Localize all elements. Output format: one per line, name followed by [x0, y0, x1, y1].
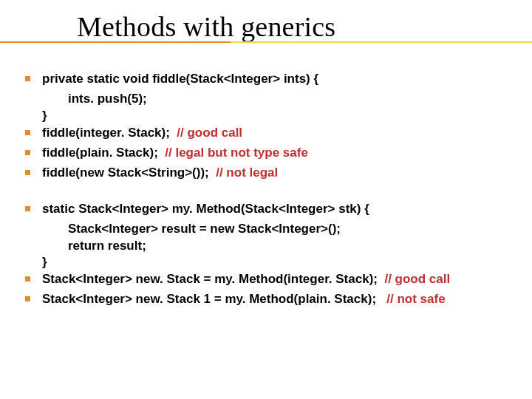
square-bullet-icon — [25, 76, 30, 81]
code-line: ints. push(5); — [68, 91, 513, 108]
underline-yellow — [231, 41, 532, 43]
code-line: } — [42, 254, 513, 271]
code-line: } — [42, 108, 513, 125]
code-comment: // legal but not type safe — [165, 146, 308, 160]
code-line: fiddle(new Stack<String>()); // not lega… — [42, 165, 278, 182]
code-comment: // not legal — [216, 166, 278, 180]
square-bullet-icon — [25, 206, 30, 211]
square-bullet-icon — [25, 150, 30, 155]
bullet-group-2: static Stack<Integer> my. Method(Stack<I… — [25, 201, 513, 309]
code-text: Stack<Integer> new. Stack 1 = my. Method… — [42, 292, 386, 306]
code-text: Stack<Integer> new. Stack = my. Method(i… — [42, 272, 384, 286]
list-item: static Stack<Integer> my. Method(Stack<I… — [25, 201, 513, 218]
code-line: fiddle(plain. Stack); // legal but not t… — [42, 145, 308, 162]
code-comment: // not safe — [386, 292, 445, 306]
bullet-group-1: private static void fiddle(Stack<Integer… — [25, 71, 513, 182]
code-text: fiddle(integer. Stack); — [42, 126, 177, 140]
code-comment: // good call — [384, 272, 450, 286]
code-line: Stack<Integer> result = new Stack<Intege… — [68, 221, 513, 238]
code-text: fiddle(plain. Stack); — [42, 146, 165, 160]
code-line: return result; — [68, 238, 513, 255]
slide: { "title": "Methods with generics", "gro… — [0, 0, 532, 399]
list-item: private static void fiddle(Stack<Integer… — [25, 71, 513, 88]
title-area: Methods with generics — [77, 10, 335, 43]
code-line: static Stack<Integer> my. Method(Stack<I… — [42, 201, 369, 218]
list-item: fiddle(plain. Stack); // legal but not t… — [25, 145, 513, 162]
square-bullet-icon — [25, 170, 30, 175]
code-comment: // good call — [177, 126, 242, 140]
list-item: Stack<Integer> new. Stack = my. Method(i… — [25, 271, 513, 288]
slide-body: private static void fiddle(Stack<Integer… — [25, 71, 513, 327]
square-bullet-icon — [25, 296, 30, 301]
list-item: fiddle(integer. Stack); // good call — [25, 125, 513, 142]
list-item: fiddle(new Stack<String>()); // not lega… — [25, 165, 513, 182]
list-item: Stack<Integer> new. Stack 1 = my. Method… — [25, 291, 513, 308]
slide-title: Methods with generics — [77, 10, 335, 43]
underline-orange — [0, 41, 231, 43]
code-line: Stack<Integer> new. Stack = my. Method(i… — [42, 271, 450, 288]
code-line: Stack<Integer> new. Stack 1 = my. Method… — [42, 291, 446, 308]
title-underline — [0, 41, 532, 43]
code-line: fiddle(integer. Stack); // good call — [42, 125, 242, 142]
code-line: private static void fiddle(Stack<Integer… — [42, 71, 318, 88]
square-bullet-icon — [25, 276, 30, 282]
code-text: fiddle(new Stack<String>()); — [42, 166, 216, 180]
square-bullet-icon — [25, 130, 30, 135]
